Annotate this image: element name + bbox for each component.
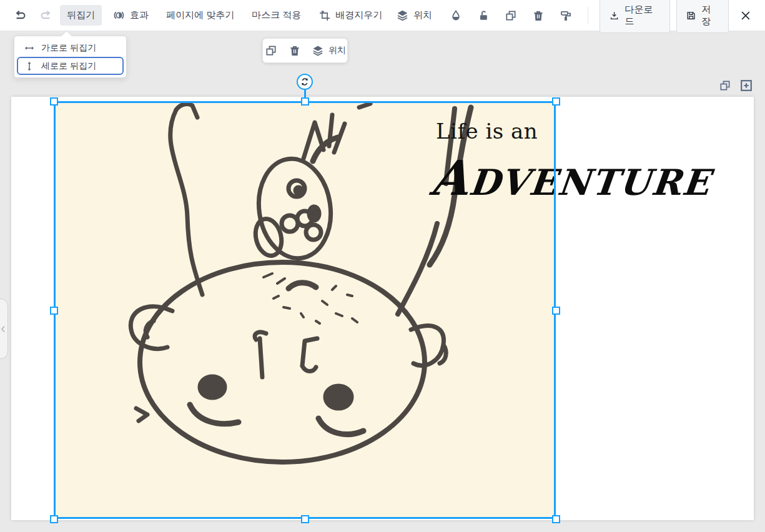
position-label: 위치: [413, 9, 432, 21]
duplicate-element-button[interactable]: [260, 40, 282, 61]
flip-vertical-label: 세로로 뒤집기: [41, 61, 96, 72]
rotation-handle[interactable]: [297, 74, 313, 90]
layers-icon: [396, 9, 409, 22]
handle-middle-left[interactable]: [50, 307, 58, 315]
apply-mask-label: 마스크 적용: [252, 9, 301, 21]
save-button[interactable]: 저장: [676, 0, 729, 33]
menu-item-flip-vertical[interactable]: 세로로 뒤집기: [17, 57, 124, 75]
redo-button[interactable]: [35, 5, 56, 26]
delete-element-button[interactable]: [284, 40, 305, 61]
flip-button[interactable]: 뒤집기: [60, 5, 102, 26]
droplet-icon: [450, 9, 462, 22]
canvas-text-line2[interactable]: ADVENTURE: [428, 152, 714, 205]
layers-icon: [312, 44, 324, 57]
undo-button[interactable]: [10, 5, 31, 26]
download-label: 다운로드: [625, 4, 661, 27]
remove-background-button[interactable]: 배경지우기: [312, 5, 389, 26]
handle-bottom-right[interactable]: [552, 515, 560, 523]
delete-button[interactable]: [528, 5, 549, 26]
floating-position-button[interactable]: 위치: [308, 41, 350, 60]
flip-horizontal-label: 가로로 뒤집기: [41, 42, 96, 54]
handle-bottom-left[interactable]: [50, 515, 58, 523]
fit-to-page-button[interactable]: 페이지에 맞추기: [159, 5, 241, 26]
unlock-button[interactable]: [473, 5, 494, 26]
floating-toolbar: 위치: [262, 38, 348, 63]
save-icon: [686, 10, 696, 21]
download-button[interactable]: 다운로드: [600, 0, 670, 33]
apply-mask-button[interactable]: 마스크 적용: [245, 5, 308, 26]
flip-vertical-icon: [24, 61, 35, 72]
trash-icon: [532, 9, 545, 22]
close-button[interactable]: [735, 5, 756, 26]
effect-label: 효과: [130, 9, 149, 21]
effect-icon: [112, 9, 126, 22]
topbar: 뒤집기 효과 페이지에 맞추기 마스크 적용 배경지우기: [0, 0, 765, 31]
duplicate-icon: [505, 9, 517, 22]
flip-horizontal-icon: [24, 42, 35, 54]
panel-collapse-tab[interactable]: [0, 298, 8, 359]
flip-label: 뒤집기: [67, 9, 95, 21]
unlock-icon: [477, 9, 490, 22]
remove-background-label: 배경지우기: [335, 9, 382, 21]
duplicate-page-button[interactable]: [718, 79, 732, 92]
effect-button[interactable]: 효과: [106, 4, 155, 26]
menu-item-flip-horizontal[interactable]: 가로로 뒤집기: [17, 39, 124, 57]
handle-top-left[interactable]: [50, 97, 58, 106]
fit-to-page-label: 페이지에 맞추기: [166, 9, 234, 21]
handle-top-right[interactable]: [552, 97, 560, 106]
crop-icon: [318, 9, 331, 22]
chevron-left-icon: [1, 325, 6, 333]
canvas-text-line1[interactable]: Life is an: [436, 119, 538, 144]
add-page-button[interactable]: [739, 79, 753, 92]
opacity-button[interactable]: [445, 5, 466, 26]
paint-roller-icon: [560, 9, 572, 22]
close-icon: [739, 9, 752, 22]
paint-roller-button[interactable]: [555, 5, 576, 26]
handle-top-middle[interactable]: [301, 97, 309, 106]
floating-position-label: 위치: [328, 45, 346, 56]
position-button[interactable]: 위치: [389, 4, 439, 26]
download-icon: [609, 10, 619, 21]
save-label: 저장: [701, 4, 719, 27]
handle-middle-right[interactable]: [552, 307, 560, 315]
flip-dropdown: 가로로 뒤집기 세로로 뒤집기: [14, 36, 127, 78]
duplicate-button[interactable]: [500, 5, 521, 26]
handle-bottom-middle[interactable]: [301, 515, 309, 523]
page-actions: [718, 79, 753, 92]
toolbar-divider: [588, 7, 588, 24]
